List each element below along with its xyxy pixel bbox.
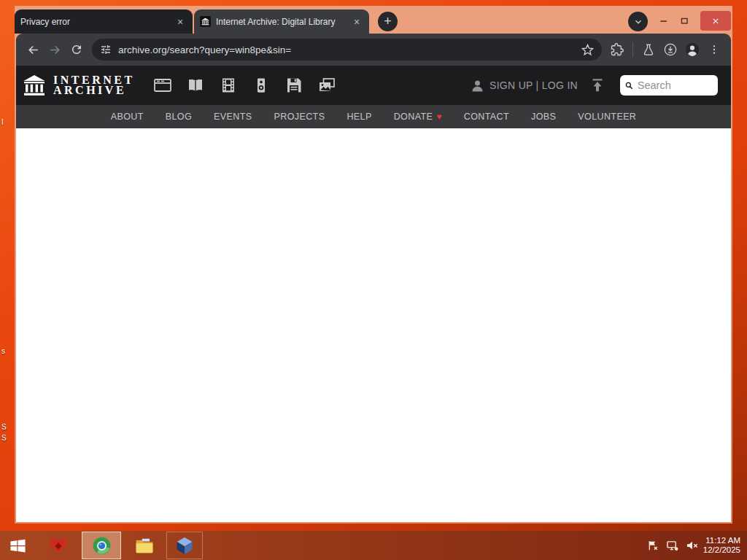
chromium-taskbar-button[interactable]: [82, 532, 121, 559]
software-floppy-icon[interactable]: [284, 76, 304, 95]
reload-button[interactable]: [66, 39, 88, 61]
browser-window: Privacy error × Internet Archive: Digita…: [15, 6, 732, 524]
puzzle-icon: [611, 43, 624, 56]
nav-about[interactable]: ABOUT: [100, 112, 155, 122]
internet-archive-logo[interactable]: [22, 74, 47, 97]
back-arrow-icon: [26, 43, 40, 57]
volume-muted-icon[interactable]: [686, 540, 699, 552]
new-tab-button[interactable]: +: [378, 12, 398, 31]
texts-book-icon[interactable]: [185, 76, 206, 95]
nav-volunteer[interactable]: VOLUNTEER: [567, 112, 647, 122]
start-button[interactable]: [3, 532, 32, 559]
nav-help[interactable]: HELP: [336, 112, 382, 122]
nav-jobs[interactable]: JOBS: [520, 112, 567, 122]
maximize-button[interactable]: [676, 12, 693, 30]
window-close-button[interactable]: [700, 11, 731, 31]
taskbar-clock[interactable]: 11:12 AM 12/2/2025: [703, 536, 740, 555]
nav-events[interactable]: EVENTS: [203, 112, 263, 122]
internet-archive-wordmark[interactable]: INTERNET ARCHIVE: [53, 75, 135, 96]
bookmark-star-button[interactable]: [576, 39, 598, 61]
action-center-flag-icon[interactable]: [647, 540, 659, 552]
nav-contact[interactable]: CONTACT: [453, 112, 520, 122]
forward-arrow-icon: [48, 43, 62, 57]
flask-icon: [642, 43, 655, 56]
forward-button[interactable]: [44, 39, 66, 61]
images-photos-icon[interactable]: [317, 76, 337, 95]
minimize-button[interactable]: [655, 12, 673, 30]
search-icon: [624, 80, 634, 91]
network-status-icon[interactable]: [666, 540, 679, 552]
file-explorer-icon: [134, 536, 155, 555]
reload-icon: [70, 43, 83, 56]
nav-projects[interactable]: PROJECTS: [263, 112, 336, 122]
chevron-down-icon: [633, 17, 643, 27]
wordmark-line2: ARCHIVE: [53, 85, 135, 96]
media-type-icons: [152, 76, 337, 95]
archive-columns-icon: [22, 74, 47, 97]
tab-close-icon[interactable]: ×: [174, 15, 187, 28]
virtualbox-cube-icon: [174, 535, 195, 556]
person-icon: [470, 78, 485, 93]
red-app-taskbar-button[interactable]: [44, 532, 73, 559]
downloads-button[interactable]: [659, 39, 681, 61]
header-account-area: SIGN UP | LOG IN: [470, 75, 722, 96]
nav-donate[interactable]: DONATE ♥: [383, 112, 453, 122]
web-archive-icon[interactable]: [152, 76, 173, 95]
tab-close-icon[interactable]: ×: [350, 15, 363, 28]
address-bar[interactable]: archive.org/search?query=win8pe&sin=: [92, 39, 602, 61]
file-explorer-taskbar-button[interactable]: [128, 532, 160, 559]
three-dots-icon: [708, 44, 720, 55]
extensions-button[interactable]: [606, 39, 628, 61]
chromium-browser-icon: [92, 536, 112, 556]
url-text[interactable]: archive.org/search?query=win8pe&sin=: [118, 44, 576, 55]
search-input[interactable]: [638, 79, 713, 91]
site-settings-tune-icon[interactable]: [100, 44, 112, 55]
toolbar-divider: [632, 42, 633, 57]
upload-icon[interactable]: [589, 77, 605, 93]
clock-date: 12/2/2025: [703, 545, 740, 555]
system-tray: [647, 540, 699, 552]
windows-taskbar: 11:12 AM 12/2/2025: [0, 531, 747, 560]
minimize-icon: [659, 16, 669, 26]
internet-archive-favicon: [200, 16, 211, 27]
nav-blog[interactable]: BLOG: [155, 112, 203, 122]
desktop-icon-label-fragment: S: [1, 434, 7, 442]
avatar-icon: [684, 42, 700, 58]
labs-button[interactable]: [638, 39, 659, 61]
red-app-icon: [47, 535, 69, 556]
tab-search-button[interactable]: [628, 12, 648, 31]
page-content: INTERNET ARCHIVE: [16, 66, 731, 522]
download-icon: [663, 42, 678, 57]
back-button[interactable]: [22, 39, 44, 61]
signup-login-link[interactable]: SIGN UP | LOG IN: [489, 79, 578, 91]
windows-logo-icon: [9, 537, 27, 554]
site-navigation: ABOUT BLOG EVENTS PROJECTS HELP DONATE ♥…: [16, 105, 731, 128]
video-film-icon[interactable]: [218, 76, 239, 95]
clock-time: 11:12 AM: [703, 536, 740, 545]
profile-button[interactable]: [681, 39, 703, 61]
internet-archive-header: INTERNET ARCHIVE: [16, 66, 731, 105]
desktop-icon-label-fragment: S: [1, 423, 7, 431]
tab-internet-archive[interactable]: Internet Archive: Digital Library ×: [194, 9, 369, 34]
virtualbox-taskbar-button[interactable]: [166, 532, 203, 559]
desktop-icon-label-fragment: s: [1, 347, 5, 355]
star-icon: [581, 44, 594, 56]
nav-donate-label: DONATE: [394, 112, 433, 122]
heart-icon: ♥: [436, 112, 442, 121]
tab-strip: Privacy error × Internet Archive: Digita…: [15, 6, 732, 34]
browser-toolbar: archive.org/search?query=win8pe&sin=: [16, 34, 731, 66]
maximize-icon: [680, 17, 689, 26]
site-search-box[interactable]: [620, 75, 718, 96]
browser-menu-button[interactable]: [703, 39, 725, 61]
audio-speaker-icon[interactable]: [251, 76, 271, 95]
tab-title: Internet Archive: Digital Library: [216, 17, 350, 27]
close-icon: [711, 16, 721, 26]
tab-title: Privacy error: [20, 17, 174, 27]
desktop-icon-label-fragment: I: [1, 118, 4, 126]
tab-privacy-error[interactable]: Privacy error ×: [15, 9, 193, 34]
